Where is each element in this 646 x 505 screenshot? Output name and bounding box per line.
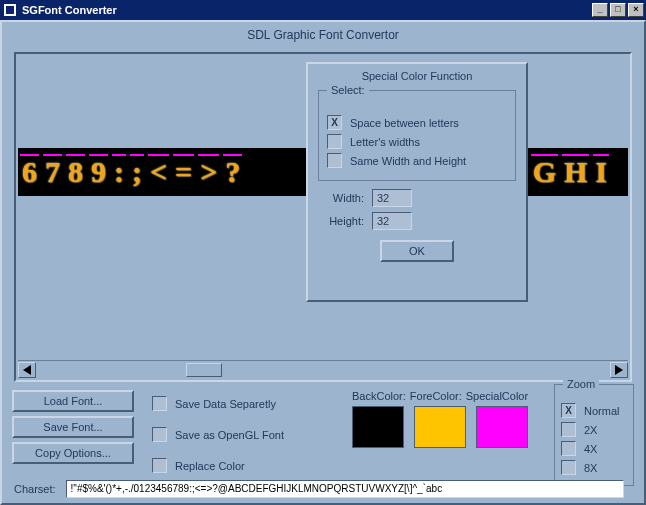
- app-client-area: SDL Graphic Font Convertor 6 7 8 9 : ; <…: [0, 20, 646, 505]
- glyph: 8: [64, 155, 87, 189]
- glyph: 9: [87, 155, 110, 189]
- label-save-separately: Save Data Separetly: [175, 398, 276, 410]
- glyph: :: [110, 155, 128, 189]
- save-font-button[interactable]: Save Font...: [12, 416, 134, 438]
- load-font-button[interactable]: Load Font...: [12, 390, 134, 412]
- checkbox-save-opengl[interactable]: [152, 427, 167, 442]
- checkbox-same-wh[interactable]: [327, 153, 342, 168]
- glyph: >: [196, 155, 221, 189]
- zoom-fieldset: Zoom XNormal 2X 4X 8X: [554, 384, 634, 486]
- checkbox-replace-color[interactable]: [152, 458, 167, 473]
- forecolor-swatch[interactable]: [414, 406, 466, 448]
- window-titlebar: SGFont Converter _ □ ×: [0, 0, 646, 20]
- glyph: 7: [41, 155, 64, 189]
- checkbox-save-separately[interactable]: [152, 396, 167, 411]
- charset-row: Charset: !"#$%&'()*+,-./0123456789:;<=>?…: [14, 480, 624, 498]
- font-preview-canvas: 6 7 8 9 : ; < = > ? E F G H I Special Co…: [18, 56, 628, 358]
- glyph: 6: [18, 155, 41, 189]
- charset-label: Charset:: [14, 483, 56, 495]
- zoom-8x-checkbox[interactable]: [561, 460, 576, 475]
- window-title: SGFont Converter: [22, 4, 592, 16]
- glyph: ?: [221, 155, 244, 189]
- special-color-dialog: Special Color Function Select: X Space b…: [306, 62, 528, 302]
- svg-marker-2: [23, 365, 31, 375]
- width-label: Width:: [320, 192, 364, 204]
- scroll-thumb[interactable]: [186, 363, 222, 377]
- glyph: ;: [128, 155, 146, 189]
- checkbox-letter-widths[interactable]: [327, 134, 342, 149]
- checkbox-space-between[interactable]: X: [327, 115, 342, 130]
- label-same-wh: Same Width and Height: [350, 155, 466, 167]
- specialcolor-swatch[interactable]: [476, 406, 528, 448]
- glyph: I: [591, 155, 611, 189]
- scroll-right-button[interactable]: [610, 362, 628, 378]
- zoom-4x-checkbox[interactable]: [561, 441, 576, 456]
- specialcolor-label: SpecialColor: [466, 390, 528, 402]
- forecolor-label: ForeColor:: [410, 390, 462, 402]
- zoom-8x-label: 8X: [584, 462, 597, 474]
- width-input[interactable]: 32: [372, 189, 412, 207]
- maximize-button[interactable]: □: [610, 3, 626, 17]
- zoom-normal-label: Normal: [584, 405, 619, 417]
- glyph: =: [171, 155, 196, 189]
- scroll-left-button[interactable]: [18, 362, 36, 378]
- svg-rect-1: [6, 6, 14, 14]
- zoom-legend: Zoom: [563, 378, 599, 390]
- glyph: <: [146, 155, 171, 189]
- preview-frame: 6 7 8 9 : ; < = > ? E F G H I Special Co…: [14, 52, 632, 382]
- minimize-button[interactable]: _: [592, 3, 608, 17]
- zoom-4x-label: 4X: [584, 443, 597, 455]
- svg-marker-3: [615, 365, 623, 375]
- horizontal-scrollbar[interactable]: [18, 360, 628, 378]
- select-legend: Select:: [327, 84, 369, 96]
- label-space-between: Space between letters: [350, 117, 459, 129]
- app-icon: [2, 2, 18, 18]
- backcolor-swatch[interactable]: [352, 406, 404, 448]
- height-input[interactable]: 32: [372, 212, 412, 230]
- label-letter-widths: Letter's widths: [350, 136, 420, 148]
- ok-button[interactable]: OK: [380, 240, 454, 262]
- backcolor-label: BackColor:: [352, 390, 406, 402]
- zoom-2x-checkbox[interactable]: [561, 422, 576, 437]
- height-label: Height:: [320, 215, 364, 227]
- zoom-normal-checkbox[interactable]: X: [561, 403, 576, 418]
- app-title: SDL Graphic Font Convertor: [2, 22, 644, 46]
- charset-input[interactable]: !"#$%&'()*+,-./0123456789:;<=>?@ABCDEFGH…: [66, 480, 624, 498]
- copy-options-button[interactable]: Copy Options...: [12, 442, 134, 464]
- zoom-2x-label: 2X: [584, 424, 597, 436]
- close-button[interactable]: ×: [628, 3, 644, 17]
- label-replace-color: Replace Color: [175, 460, 245, 472]
- label-save-opengl: Save as OpenGL Font: [175, 429, 284, 441]
- glyph: H: [560, 155, 591, 189]
- glyph: G: [529, 155, 560, 189]
- select-fieldset: Select: X Space between letters Letter's…: [318, 90, 516, 181]
- scroll-track[interactable]: [36, 362, 610, 378]
